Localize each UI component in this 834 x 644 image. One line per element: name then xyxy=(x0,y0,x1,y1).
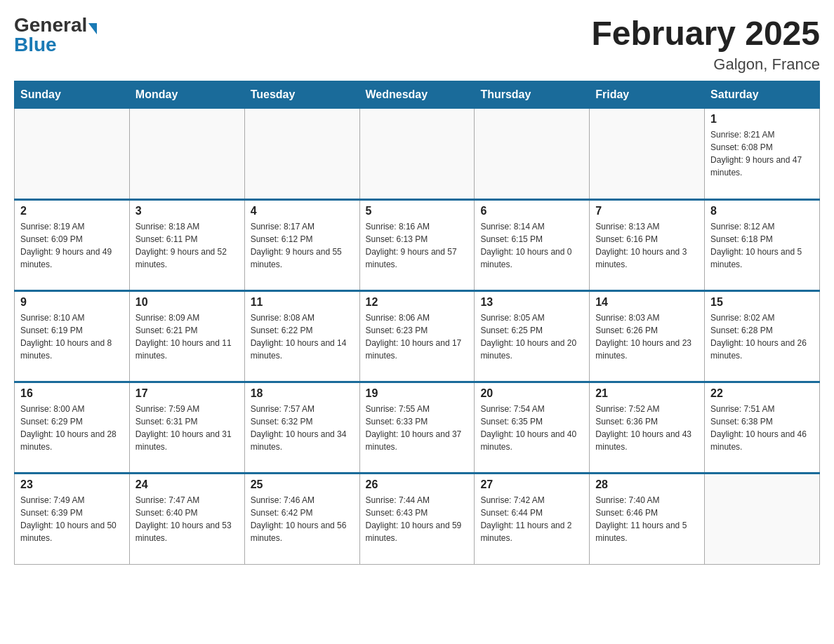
day-number: 15 xyxy=(710,296,814,309)
day-number: 14 xyxy=(595,296,699,309)
day-of-week-header: Friday xyxy=(590,81,705,109)
day-info: Sunrise: 8:16 AMSunset: 6:13 PMDaylight:… xyxy=(366,220,469,271)
logo-blue-text: Blue xyxy=(14,34,57,56)
calendar-title: February 2025 xyxy=(591,14,820,53)
day-info: Sunrise: 7:57 AMSunset: 6:32 PMDaylight:… xyxy=(251,403,354,453)
calendar-cell: 16Sunrise: 8:00 AMSunset: 6:29 PMDayligh… xyxy=(15,382,130,474)
day-number: 21 xyxy=(595,387,699,400)
calendar-cell: 24Sunrise: 7:47 AMSunset: 6:40 PMDayligh… xyxy=(129,474,244,565)
day-info: Sunrise: 8:19 AMSunset: 6:09 PMDaylight:… xyxy=(20,220,124,271)
day-of-week-header: Wednesday xyxy=(359,81,475,109)
day-number: 3 xyxy=(135,205,239,217)
day-number: 6 xyxy=(480,205,583,217)
day-info: Sunrise: 8:13 AMSunset: 6:16 PMDaylight:… xyxy=(595,220,699,271)
day-info: Sunrise: 7:52 AMSunset: 6:36 PMDaylight:… xyxy=(595,403,699,453)
day-number: 13 xyxy=(480,296,583,309)
calendar-week-row: 23Sunrise: 7:49 AMSunset: 6:39 PMDayligh… xyxy=(15,474,820,565)
calendar-cell: 23Sunrise: 7:49 AMSunset: 6:39 PMDayligh… xyxy=(15,474,130,565)
calendar-cell: 18Sunrise: 7:57 AMSunset: 6:32 PMDayligh… xyxy=(244,382,359,474)
page-header: General Blue February 2025 Galgon, Franc… xyxy=(14,14,820,74)
day-number: 9 xyxy=(20,296,124,309)
day-number: 1 xyxy=(710,113,814,126)
day-info: Sunrise: 8:14 AMSunset: 6:15 PMDaylight:… xyxy=(480,220,583,271)
day-of-week-header: Tuesday xyxy=(244,81,359,109)
title-section: February 2025 Galgon, France xyxy=(591,14,820,74)
day-info: Sunrise: 7:54 AMSunset: 6:35 PMDaylight:… xyxy=(480,403,583,453)
day-info: Sunrise: 8:17 AMSunset: 6:12 PMDaylight:… xyxy=(251,220,354,271)
calendar-cell: 19Sunrise: 7:55 AMSunset: 6:33 PMDayligh… xyxy=(359,382,475,474)
calendar-cell xyxy=(590,109,705,200)
calendar-cell xyxy=(705,474,820,565)
day-number: 12 xyxy=(366,296,469,309)
calendar-cell xyxy=(475,109,590,200)
calendar-cell: 2Sunrise: 8:19 AMSunset: 6:09 PMDaylight… xyxy=(15,200,130,291)
day-info: Sunrise: 7:59 AMSunset: 6:31 PMDaylight:… xyxy=(135,403,239,453)
calendar-cell: 7Sunrise: 8:13 AMSunset: 6:16 PMDaylight… xyxy=(590,200,705,291)
day-number: 17 xyxy=(135,387,239,400)
day-info: Sunrise: 8:18 AMSunset: 6:11 PMDaylight:… xyxy=(135,220,239,271)
calendar-header: SundayMondayTuesdayWednesdayThursdayFrid… xyxy=(15,81,820,109)
calendar-cell: 11Sunrise: 8:08 AMSunset: 6:22 PMDayligh… xyxy=(244,291,359,382)
day-of-week-header: Saturday xyxy=(705,81,820,109)
day-info: Sunrise: 8:05 AMSunset: 6:25 PMDaylight:… xyxy=(480,311,583,362)
day-info: Sunrise: 7:40 AMSunset: 6:46 PMDaylight:… xyxy=(595,494,699,544)
day-number: 4 xyxy=(251,205,354,217)
day-number: 16 xyxy=(20,387,124,400)
day-number: 22 xyxy=(710,387,814,400)
day-number: 10 xyxy=(135,296,239,309)
day-info: Sunrise: 8:03 AMSunset: 6:26 PMDaylight:… xyxy=(595,311,699,362)
calendar-cell: 22Sunrise: 7:51 AMSunset: 6:38 PMDayligh… xyxy=(705,382,820,474)
day-info: Sunrise: 7:49 AMSunset: 6:39 PMDaylight:… xyxy=(20,494,124,544)
day-info: Sunrise: 8:10 AMSunset: 6:19 PMDaylight:… xyxy=(20,311,124,362)
logo-arrow-icon xyxy=(88,23,97,34)
day-info: Sunrise: 8:06 AMSunset: 6:23 PMDaylight:… xyxy=(366,311,469,362)
day-number: 19 xyxy=(366,387,469,400)
calendar-cell: 1Sunrise: 8:21 AMSunset: 6:08 PMDaylight… xyxy=(705,109,820,200)
day-number: 28 xyxy=(595,478,699,491)
calendar-cell: 10Sunrise: 8:09 AMSunset: 6:21 PMDayligh… xyxy=(129,291,244,382)
calendar-cell: 20Sunrise: 7:54 AMSunset: 6:35 PMDayligh… xyxy=(475,382,590,474)
calendar-cell: 6Sunrise: 8:14 AMSunset: 6:15 PMDaylight… xyxy=(475,200,590,291)
calendar-week-row: 1Sunrise: 8:21 AMSunset: 6:08 PMDaylight… xyxy=(15,109,820,200)
calendar-cell: 21Sunrise: 7:52 AMSunset: 6:36 PMDayligh… xyxy=(590,382,705,474)
calendar-week-row: 9Sunrise: 8:10 AMSunset: 6:19 PMDaylight… xyxy=(15,291,820,382)
day-number: 2 xyxy=(20,205,124,217)
day-of-week-header: Sunday xyxy=(15,81,130,109)
calendar-subtitle: Galgon, France xyxy=(591,55,820,74)
calendar-cell: 17Sunrise: 7:59 AMSunset: 6:31 PMDayligh… xyxy=(129,382,244,474)
day-of-week-header: Monday xyxy=(129,81,244,109)
day-number: 20 xyxy=(480,387,583,400)
logo-general-text: General xyxy=(14,14,87,36)
calendar-cell: 26Sunrise: 7:44 AMSunset: 6:43 PMDayligh… xyxy=(359,474,475,565)
calendar-week-row: 16Sunrise: 8:00 AMSunset: 6:29 PMDayligh… xyxy=(15,382,820,474)
day-number: 8 xyxy=(710,205,814,217)
calendar-cell: 27Sunrise: 7:42 AMSunset: 6:44 PMDayligh… xyxy=(475,474,590,565)
day-info: Sunrise: 8:09 AMSunset: 6:21 PMDaylight:… xyxy=(135,311,239,362)
calendar-cell: 8Sunrise: 8:12 AMSunset: 6:18 PMDaylight… xyxy=(705,200,820,291)
calendar-cell: 25Sunrise: 7:46 AMSunset: 6:42 PMDayligh… xyxy=(244,474,359,565)
calendar-cell: 3Sunrise: 8:18 AMSunset: 6:11 PMDaylight… xyxy=(129,200,244,291)
days-of-week-row: SundayMondayTuesdayWednesdayThursdayFrid… xyxy=(15,81,820,109)
day-info: Sunrise: 7:47 AMSunset: 6:40 PMDaylight:… xyxy=(135,494,239,544)
day-of-week-header: Thursday xyxy=(475,81,590,109)
day-info: Sunrise: 7:51 AMSunset: 6:38 PMDaylight:… xyxy=(710,403,814,453)
day-info: Sunrise: 8:00 AMSunset: 6:29 PMDaylight:… xyxy=(20,403,124,453)
calendar-cell: 14Sunrise: 8:03 AMSunset: 6:26 PMDayligh… xyxy=(590,291,705,382)
calendar-cell: 5Sunrise: 8:16 AMSunset: 6:13 PMDaylight… xyxy=(359,200,475,291)
day-info: Sunrise: 8:21 AMSunset: 6:08 PMDaylight:… xyxy=(710,128,814,179)
day-number: 24 xyxy=(135,478,239,491)
day-info: Sunrise: 8:08 AMSunset: 6:22 PMDaylight:… xyxy=(251,311,354,362)
day-number: 23 xyxy=(20,478,124,491)
day-info: Sunrise: 7:55 AMSunset: 6:33 PMDaylight:… xyxy=(366,403,469,453)
day-info: Sunrise: 7:42 AMSunset: 6:44 PMDaylight:… xyxy=(480,494,583,544)
day-number: 5 xyxy=(366,205,469,217)
day-number: 7 xyxy=(595,205,699,217)
day-info: Sunrise: 8:12 AMSunset: 6:18 PMDaylight:… xyxy=(710,220,814,271)
calendar-cell: 4Sunrise: 8:17 AMSunset: 6:12 PMDaylight… xyxy=(244,200,359,291)
calendar-cell xyxy=(359,109,475,200)
calendar-cell xyxy=(15,109,130,200)
day-info: Sunrise: 8:02 AMSunset: 6:28 PMDaylight:… xyxy=(710,311,814,362)
calendar-cell xyxy=(129,109,244,200)
day-number: 25 xyxy=(251,478,354,491)
calendar-table: SundayMondayTuesdayWednesdayThursdayFrid… xyxy=(14,81,820,565)
